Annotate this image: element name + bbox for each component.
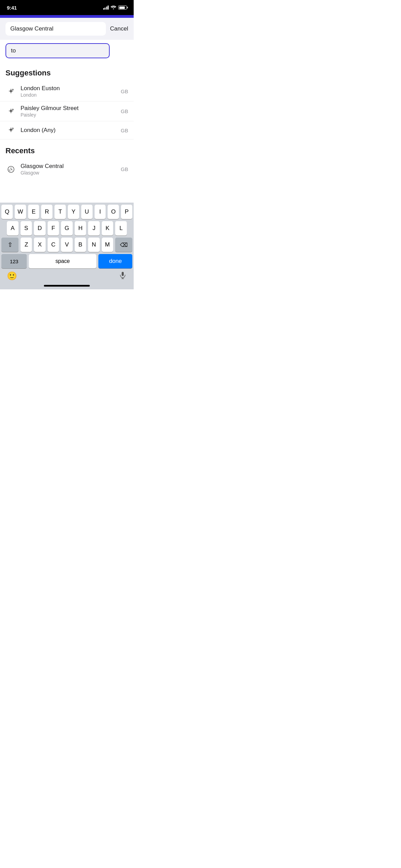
key-r[interactable]: R bbox=[41, 205, 52, 219]
key-p[interactable]: P bbox=[121, 205, 132, 219]
key-b[interactable]: B bbox=[75, 238, 86, 252]
suggestion-item-london-any[interactable]: London (Any) GB bbox=[0, 121, 134, 140]
suggestion-country: GB bbox=[121, 166, 128, 172]
recent-item-glasgow[interactable]: Glasgow Central Glasgow GB bbox=[0, 159, 134, 179]
suggestion-sub: London bbox=[21, 92, 121, 98]
space-key[interactable]: space bbox=[29, 254, 96, 268]
suggestion-item-paisley[interactable]: Paisley Gilmour Street Paisley GB bbox=[0, 101, 134, 121]
key-k[interactable]: K bbox=[102, 221, 113, 236]
to-field-container bbox=[0, 40, 134, 62]
signal-icon bbox=[103, 5, 109, 10]
key-x[interactable]: X bbox=[34, 238, 45, 252]
suggestion-name: Paisley Gilmour Street bbox=[21, 105, 121, 112]
recents-header: Recents bbox=[0, 140, 134, 159]
clock-icon bbox=[5, 164, 16, 175]
sparkle-icon-3 bbox=[5, 125, 16, 136]
suggestion-text-glasgow: Glasgow Central Glasgow bbox=[21, 163, 121, 176]
suggestion-name: Glasgow Central bbox=[21, 163, 121, 170]
suggestions-header: Suggestions bbox=[0, 62, 134, 82]
cancel-button[interactable]: Cancel bbox=[110, 25, 128, 32]
key-e[interactable]: E bbox=[28, 205, 39, 219]
keyboard-bottom-row: 123 space done bbox=[0, 252, 134, 270]
key-w[interactable]: W bbox=[15, 205, 26, 219]
key-d[interactable]: D bbox=[34, 221, 46, 236]
content-area: Suggestions London Euston London GB bbox=[0, 62, 134, 179]
key-l[interactable]: L bbox=[115, 221, 127, 236]
battery-icon bbox=[118, 5, 127, 10]
home-indicator bbox=[44, 285, 90, 287]
suggestion-text-paisley: Paisley Gilmour Street Paisley bbox=[21, 105, 121, 118]
delete-key[interactable]: ⌫ bbox=[115, 238, 132, 252]
key-z[interactable]: Z bbox=[21, 238, 32, 252]
suggestion-text-london-any: London (Any) bbox=[21, 127, 121, 134]
mic-icon[interactable] bbox=[119, 271, 127, 281]
key-m[interactable]: M bbox=[102, 238, 113, 252]
key-n[interactable]: N bbox=[88, 238, 99, 252]
sparkle-icon-1 bbox=[5, 86, 16, 97]
key-s[interactable]: S bbox=[21, 221, 32, 236]
suggestion-text-london-euston: London Euston London bbox=[21, 85, 121, 98]
suggestion-name: London Euston bbox=[21, 85, 121, 92]
suggestion-country: GB bbox=[121, 128, 128, 133]
status-time: 9:41 bbox=[7, 5, 17, 11]
key-g[interactable]: G bbox=[61, 221, 73, 236]
key-h[interactable]: H bbox=[75, 221, 86, 236]
key-v[interactable]: V bbox=[61, 238, 72, 252]
key-q[interactable]: Q bbox=[1, 205, 13, 219]
key-u[interactable]: U bbox=[81, 205, 93, 219]
suggestion-name: London (Any) bbox=[21, 127, 121, 134]
from-station-field: Glasgow Central bbox=[5, 22, 106, 36]
keyboard-row-3: ⇧ Z X C V B N M ⌫ bbox=[0, 236, 134, 252]
suggestion-sub: Paisley bbox=[21, 112, 121, 118]
key-y[interactable]: Y bbox=[68, 205, 79, 219]
status-icons bbox=[103, 5, 127, 10]
key-c[interactable]: C bbox=[48, 238, 59, 252]
suggestion-country: GB bbox=[121, 88, 128, 94]
status-bar: 9:41 bbox=[0, 0, 134, 15]
svg-rect-1 bbox=[122, 272, 124, 276]
wifi-icon bbox=[111, 5, 116, 10]
key-j[interactable]: J bbox=[88, 221, 100, 236]
keyboard: Q W E R T Y U I O P A S D F G H J K L ⇧ … bbox=[0, 203, 134, 289]
suggestion-item-london-euston[interactable]: London Euston London GB bbox=[0, 82, 134, 101]
suggestion-sub: Glasgow bbox=[21, 170, 121, 176]
keyboard-row-2: A S D F G H J K L bbox=[0, 219, 134, 236]
keyboard-row-1: Q W E R T Y U I O P bbox=[0, 203, 134, 219]
done-key[interactable]: done bbox=[98, 254, 132, 268]
to-input[interactable] bbox=[5, 43, 110, 58]
shift-key[interactable]: ⇧ bbox=[1, 238, 19, 252]
key-a[interactable]: A bbox=[7, 221, 19, 236]
key-o[interactable]: O bbox=[108, 205, 119, 219]
search-header: Glasgow Central Cancel bbox=[0, 18, 134, 40]
recents-section: Recents Glasgow Central Glasgow GB bbox=[0, 140, 134, 179]
emoji-icon[interactable]: 🙂 bbox=[7, 271, 17, 281]
numbers-key[interactable]: 123 bbox=[1, 254, 27, 268]
blue-accent-bar bbox=[0, 15, 134, 18]
suggestion-country: GB bbox=[121, 108, 128, 114]
key-f[interactable]: F bbox=[48, 221, 59, 236]
sparkle-icon-2 bbox=[5, 106, 16, 117]
key-i[interactable]: I bbox=[95, 205, 106, 219]
emoji-mic-row: 🙂 bbox=[0, 270, 134, 284]
key-t[interactable]: T bbox=[54, 205, 66, 219]
suggestions-section: Suggestions London Euston London GB bbox=[0, 62, 134, 140]
